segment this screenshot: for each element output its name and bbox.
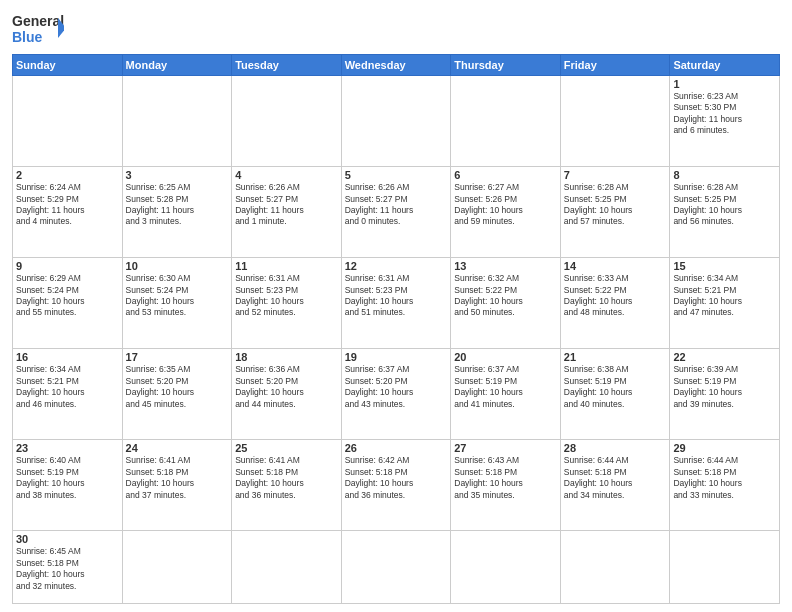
day-info: Sunrise: 6:26 AM Sunset: 5:27 PM Dayligh… [235,182,338,228]
day-info: Sunrise: 6:33 AM Sunset: 5:22 PM Dayligh… [564,273,667,319]
day-info: Sunrise: 6:37 AM Sunset: 5:20 PM Dayligh… [345,364,448,410]
day-info: Sunrise: 6:26 AM Sunset: 5:27 PM Dayligh… [345,182,448,228]
calendar-cell: 18Sunrise: 6:36 AM Sunset: 5:20 PM Dayli… [232,349,342,440]
day-info: Sunrise: 6:23 AM Sunset: 5:30 PM Dayligh… [673,91,776,137]
day-number: 12 [345,260,448,272]
weekday-header: Tuesday [232,55,342,76]
logo-icon: General Blue [12,10,64,48]
day-number: 20 [454,351,557,363]
calendar-cell: 19Sunrise: 6:37 AM Sunset: 5:20 PM Dayli… [341,349,451,440]
calendar-cell: 11Sunrise: 6:31 AM Sunset: 5:23 PM Dayli… [232,258,342,349]
day-number: 5 [345,169,448,181]
day-info: Sunrise: 6:41 AM Sunset: 5:18 PM Dayligh… [126,455,229,501]
calendar-header-row: SundayMondayTuesdayWednesdayThursdayFrid… [13,55,780,76]
day-number: 3 [126,169,229,181]
header: General Blue [12,10,780,48]
day-number: 18 [235,351,338,363]
calendar-cell [451,76,561,167]
weekday-header: Friday [560,55,670,76]
calendar-cell: 7Sunrise: 6:28 AM Sunset: 5:25 PM Daylig… [560,167,670,258]
calendar-week-row: 23Sunrise: 6:40 AM Sunset: 5:19 PM Dayli… [13,440,780,531]
weekday-header: Wednesday [341,55,451,76]
calendar-cell: 30Sunrise: 6:45 AM Sunset: 5:18 PM Dayli… [13,531,123,604]
day-info: Sunrise: 6:40 AM Sunset: 5:19 PM Dayligh… [16,455,119,501]
day-info: Sunrise: 6:32 AM Sunset: 5:22 PM Dayligh… [454,273,557,319]
weekday-header: Sunday [13,55,123,76]
day-info: Sunrise: 6:36 AM Sunset: 5:20 PM Dayligh… [235,364,338,410]
page: General Blue SundayMondayTuesdayWednesda… [0,0,792,612]
day-number: 11 [235,260,338,272]
day-number: 16 [16,351,119,363]
calendar-cell: 10Sunrise: 6:30 AM Sunset: 5:24 PM Dayli… [122,258,232,349]
day-info: Sunrise: 6:43 AM Sunset: 5:18 PM Dayligh… [454,455,557,501]
day-info: Sunrise: 6:34 AM Sunset: 5:21 PM Dayligh… [16,364,119,410]
day-number: 7 [564,169,667,181]
day-info: Sunrise: 6:38 AM Sunset: 5:19 PM Dayligh… [564,364,667,410]
day-number: 17 [126,351,229,363]
day-number: 19 [345,351,448,363]
calendar-cell [13,76,123,167]
calendar-cell [560,531,670,604]
calendar-cell: 5Sunrise: 6:26 AM Sunset: 5:27 PM Daylig… [341,167,451,258]
calendar-cell [122,531,232,604]
calendar-week-row: 9Sunrise: 6:29 AM Sunset: 5:24 PM Daylig… [13,258,780,349]
day-info: Sunrise: 6:31 AM Sunset: 5:23 PM Dayligh… [235,273,338,319]
day-info: Sunrise: 6:31 AM Sunset: 5:23 PM Dayligh… [345,273,448,319]
day-number: 30 [16,533,119,545]
day-number: 2 [16,169,119,181]
day-info: Sunrise: 6:37 AM Sunset: 5:19 PM Dayligh… [454,364,557,410]
day-number: 28 [564,442,667,454]
calendar-cell [341,76,451,167]
day-number: 6 [454,169,557,181]
day-info: Sunrise: 6:42 AM Sunset: 5:18 PM Dayligh… [345,455,448,501]
calendar-cell: 29Sunrise: 6:44 AM Sunset: 5:18 PM Dayli… [670,440,780,531]
calendar-cell [451,531,561,604]
day-number: 1 [673,78,776,90]
calendar-cell: 13Sunrise: 6:32 AM Sunset: 5:22 PM Dayli… [451,258,561,349]
calendar-week-row: 1Sunrise: 6:23 AM Sunset: 5:30 PM Daylig… [13,76,780,167]
day-number: 29 [673,442,776,454]
calendar-cell: 8Sunrise: 6:28 AM Sunset: 5:25 PM Daylig… [670,167,780,258]
day-info: Sunrise: 6:29 AM Sunset: 5:24 PM Dayligh… [16,273,119,319]
calendar-cell: 27Sunrise: 6:43 AM Sunset: 5:18 PM Dayli… [451,440,561,531]
day-info: Sunrise: 6:28 AM Sunset: 5:25 PM Dayligh… [564,182,667,228]
calendar-cell [560,76,670,167]
day-number: 23 [16,442,119,454]
calendar-cell: 21Sunrise: 6:38 AM Sunset: 5:19 PM Dayli… [560,349,670,440]
calendar-cell: 23Sunrise: 6:40 AM Sunset: 5:19 PM Dayli… [13,440,123,531]
day-info: Sunrise: 6:27 AM Sunset: 5:26 PM Dayligh… [454,182,557,228]
day-number: 26 [345,442,448,454]
calendar-cell [122,76,232,167]
calendar-table: SundayMondayTuesdayWednesdayThursdayFrid… [12,54,780,604]
weekday-header: Monday [122,55,232,76]
day-number: 13 [454,260,557,272]
calendar-cell: 6Sunrise: 6:27 AM Sunset: 5:26 PM Daylig… [451,167,561,258]
calendar-cell: 24Sunrise: 6:41 AM Sunset: 5:18 PM Dayli… [122,440,232,531]
calendar-cell [341,531,451,604]
day-number: 27 [454,442,557,454]
day-info: Sunrise: 6:44 AM Sunset: 5:18 PM Dayligh… [673,455,776,501]
logo: General Blue [12,10,64,48]
calendar-cell: 25Sunrise: 6:41 AM Sunset: 5:18 PM Dayli… [232,440,342,531]
day-info: Sunrise: 6:35 AM Sunset: 5:20 PM Dayligh… [126,364,229,410]
day-info: Sunrise: 6:44 AM Sunset: 5:18 PM Dayligh… [564,455,667,501]
calendar-cell: 20Sunrise: 6:37 AM Sunset: 5:19 PM Dayli… [451,349,561,440]
calendar-cell [232,531,342,604]
calendar-cell: 17Sunrise: 6:35 AM Sunset: 5:20 PM Dayli… [122,349,232,440]
calendar-cell [232,76,342,167]
day-info: Sunrise: 6:24 AM Sunset: 5:29 PM Dayligh… [16,182,119,228]
calendar-cell: 16Sunrise: 6:34 AM Sunset: 5:21 PM Dayli… [13,349,123,440]
calendar-cell: 15Sunrise: 6:34 AM Sunset: 5:21 PM Dayli… [670,258,780,349]
day-number: 14 [564,260,667,272]
day-number: 8 [673,169,776,181]
svg-text:General: General [12,13,64,29]
day-number: 21 [564,351,667,363]
weekday-header: Thursday [451,55,561,76]
day-number: 24 [126,442,229,454]
day-number: 9 [16,260,119,272]
day-number: 10 [126,260,229,272]
day-number: 15 [673,260,776,272]
day-info: Sunrise: 6:25 AM Sunset: 5:28 PM Dayligh… [126,182,229,228]
calendar-cell: 3Sunrise: 6:25 AM Sunset: 5:28 PM Daylig… [122,167,232,258]
calendar-cell: 4Sunrise: 6:26 AM Sunset: 5:27 PM Daylig… [232,167,342,258]
